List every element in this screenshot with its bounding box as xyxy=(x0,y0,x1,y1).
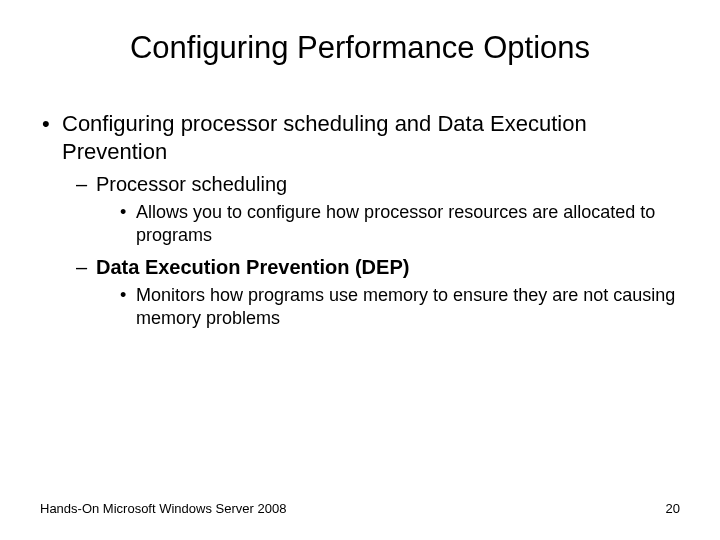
footer-source: Hands-On Microsoft Windows Server 2008 xyxy=(40,501,286,516)
bullet-list-level1: Configuring processor scheduling and Dat… xyxy=(40,110,680,331)
list-item: Configuring processor scheduling and Dat… xyxy=(40,110,680,331)
bullet-text: Allows you to configure how processor re… xyxy=(136,202,655,245)
bullet-text: Processor scheduling xyxy=(96,173,287,195)
list-item: Data Execution Prevention (DEP) Monitors… xyxy=(62,254,680,331)
list-item: Processor scheduling Allows you to confi… xyxy=(62,171,680,248)
bullet-list-level2: Processor scheduling Allows you to confi… xyxy=(62,171,680,331)
bullet-list-level3: Monitors how programs use memory to ensu… xyxy=(96,284,680,331)
list-item: Allows you to configure how processor re… xyxy=(96,201,680,248)
slide: Configuring Performance Options Configur… xyxy=(0,0,720,540)
list-item: Monitors how programs use memory to ensu… xyxy=(96,284,680,331)
footer-page-number: 20 xyxy=(666,501,680,516)
bullet-text: Monitors how programs use memory to ensu… xyxy=(136,285,675,328)
bullet-text: Configuring processor scheduling and Dat… xyxy=(62,111,587,164)
bullet-list-level3: Allows you to configure how processor re… xyxy=(96,201,680,248)
slide-title: Configuring Performance Options xyxy=(40,30,680,66)
bullet-text: Data Execution Prevention (DEP) xyxy=(96,256,409,278)
